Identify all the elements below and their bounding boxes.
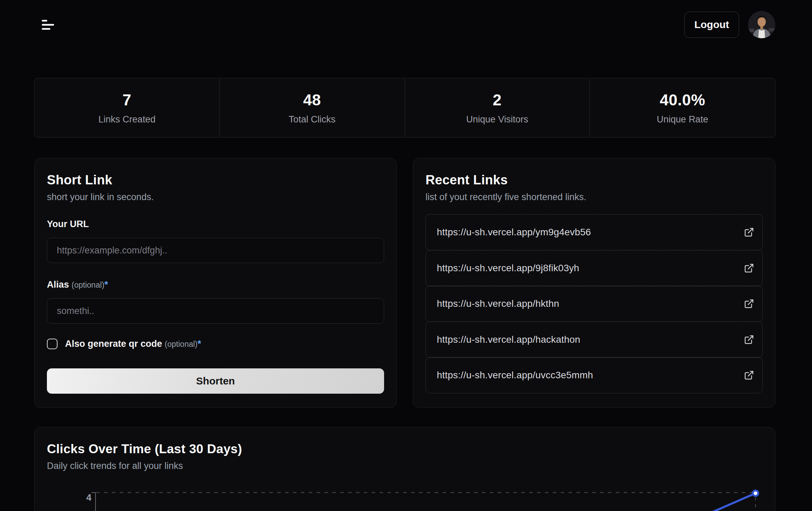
recent-link-item[interactable]: https://u-sh.vercel.app/9j8fik03yh — [426, 250, 763, 286]
stat-label: Unique Visitors — [466, 114, 528, 125]
url-input[interactable] — [47, 238, 384, 263]
url-field-label: Your URL — [47, 219, 384, 230]
clicks-line — [701, 493, 756, 511]
stat-label: Unique Rate — [657, 114, 708, 125]
avatar[interactable] — [748, 11, 775, 38]
topbar: Logout — [34, 0, 775, 49]
short-link-card: Short Link short your link in seconds. Y… — [34, 158, 397, 408]
short-url-text: https://u-sh.vercel.app/ym9g4evb56 — [437, 227, 591, 238]
avatar-image — [748, 11, 775, 38]
card-subtitle: short your link in seconds. — [47, 192, 384, 202]
external-link-icon[interactable] — [744, 335, 754, 345]
stat-links-created: 7 Links Created — [35, 78, 220, 137]
short-url-text: https://u-sh.vercel.app/9j8fik03yh — [437, 263, 579, 274]
last-data-point[interactable] — [753, 490, 758, 496]
optional-text: (optional) — [165, 340, 198, 349]
short-url-text: https://u-sh.vercel.app/hackathon — [437, 334, 580, 345]
stat-unique-rate: 40.0% Unique Rate — [590, 78, 775, 137]
alias-field-label: Alias (optional)* — [47, 279, 384, 290]
required-asterisk: * — [104, 279, 108, 290]
external-link-icon[interactable] — [744, 227, 754, 237]
card-subtitle: list of yout recently five shortened lin… — [426, 192, 763, 202]
stat-value: 40.0% — [660, 91, 705, 109]
card-title: Recent Links — [426, 173, 763, 187]
menu-icon[interactable] — [42, 20, 54, 30]
stat-total-clicks: 48 Total Clicks — [220, 78, 405, 137]
card-title: Short Link — [47, 173, 384, 187]
qr-checkbox-label: Also generate qr code (optional)* — [65, 339, 201, 349]
stat-unique-visitors: 2 Unique Visitors — [405, 78, 590, 137]
cards-row: Short Link short your link in seconds. Y… — [34, 158, 775, 408]
generate-qr-checkbox[interactable] — [47, 339, 58, 349]
shorten-button[interactable]: Shorten — [47, 368, 384, 394]
logout-button[interactable]: Logout — [684, 12, 739, 38]
stat-label: Total Clicks — [289, 114, 335, 125]
stat-value: 48 — [303, 91, 321, 109]
external-link-icon[interactable] — [744, 263, 754, 273]
recent-link-item[interactable]: https://u-sh.vercel.app/hkthn — [426, 286, 763, 322]
short-url-text: https://u-sh.vercel.app/hkthn — [437, 298, 559, 309]
short-url-text: https://u-sh.vercel.app/uvcc3e5mmh — [437, 370, 593, 381]
required-asterisk: * — [198, 339, 201, 349]
stat-value: 7 — [123, 91, 131, 109]
recent-link-item[interactable]: https://u-sh.vercel.app/ym9g4evb56 — [426, 214, 763, 250]
y-axis-tick-label: 4 — [86, 493, 91, 503]
stat-value: 2 — [493, 91, 502, 109]
clicks-line-chart: 4 — [35, 428, 775, 511]
stat-label: Links Created — [99, 114, 156, 125]
recent-links-card: Recent Links list of yout recently five … — [413, 158, 775, 408]
recent-links-list: https://u-sh.vercel.app/ym9g4evb56 https… — [426, 214, 763, 393]
external-link-icon[interactable] — [744, 299, 754, 309]
qr-checkbox-row: Also generate qr code (optional)* — [47, 339, 384, 349]
dashboard-page: Logout — [0, 0, 812, 511]
alias-input[interactable] — [47, 298, 384, 324]
recent-link-item[interactable]: https://u-sh.vercel.app/uvcc3e5mmh — [426, 357, 763, 393]
optional-text: (optional) — [72, 280, 104, 289]
recent-link-item[interactable]: https://u-sh.vercel.app/hackathon — [426, 322, 763, 358]
clicks-chart-card: Clicks Over Time (Last 30 Days) Daily cl… — [34, 427, 775, 511]
stats-bar: 7 Links Created 48 Total Clicks 2 Unique… — [34, 78, 775, 137]
external-link-icon[interactable] — [744, 370, 754, 380]
topbar-right: Logout — [684, 11, 775, 38]
